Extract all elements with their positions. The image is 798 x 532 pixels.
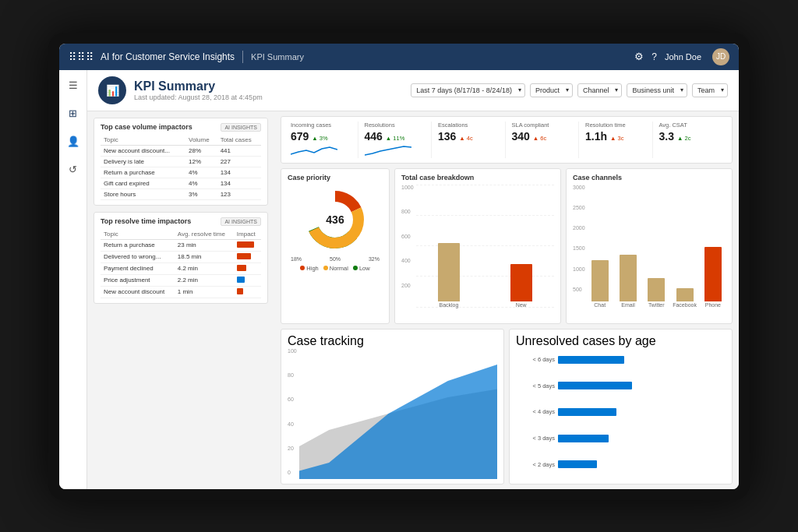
hbar-4days bbox=[558, 408, 616, 416]
page-title-block: KPI Summary Last updated: August 28, 201… bbox=[134, 79, 263, 101]
screen: ⠿⠿⠿ AI for Customer Service Insights KPI… bbox=[59, 44, 739, 489]
nav-page-title: KPI Summary bbox=[251, 52, 304, 62]
hbar-2days bbox=[558, 460, 597, 468]
chat-bar bbox=[591, 260, 609, 301]
bar-email: Email bbox=[616, 255, 641, 308]
user-avatar[interactable]: JD bbox=[712, 48, 729, 65]
unresolved-age-title: Unresolved cases by age bbox=[516, 334, 726, 348]
table-row: New account discount... 28% 441 bbox=[101, 145, 261, 156]
filter-bar: Last 7 days (8/17/18 - 8/24/18) Product … bbox=[411, 83, 728, 97]
facebook-bar bbox=[676, 288, 694, 301]
table-row: Store hours 3% 123 bbox=[101, 188, 261, 199]
resolutions-change: ▲ 11% bbox=[386, 135, 405, 142]
sidebar-user-icon[interactable]: 👤 bbox=[64, 132, 83, 151]
hbar-row-3days: < 3 days bbox=[516, 435, 726, 442]
team-filter[interactable]: Team bbox=[692, 83, 728, 97]
sidebar-refresh-icon[interactable]: ↺ bbox=[64, 160, 83, 179]
kpi-resolution-time: Resolution time 1.1h ▲ 3c bbox=[582, 122, 653, 158]
resolutions-value: 446 bbox=[365, 130, 383, 143]
escalations-label: Escalations bbox=[438, 122, 499, 129]
tracking-chart bbox=[299, 348, 497, 479]
sla-change: ▲ 6c bbox=[533, 135, 546, 142]
col-impact: Impact bbox=[234, 229, 261, 240]
sidebar-menu-icon[interactable]: ☰ bbox=[64, 76, 83, 95]
table-row: Gift card expired 4% 134 bbox=[101, 178, 261, 188]
case-tracking-title: Case tracking bbox=[288, 334, 497, 348]
channel-filter[interactable]: Channel bbox=[577, 83, 623, 97]
incoming-cases-value: 679 bbox=[291, 130, 309, 143]
bar-twitter: Twitter bbox=[644, 278, 669, 308]
waffle-icon[interactable]: ⠿⠿⠿ bbox=[69, 51, 94, 63]
high-dot bbox=[300, 266, 305, 270]
case-tracking-card: Case tracking 100806040200 bbox=[281, 329, 504, 484]
tracking-y-labels: 100806040200 bbox=[288, 348, 297, 479]
impact-bar bbox=[237, 277, 245, 283]
table-row: Delivery is late 12% 227 bbox=[101, 156, 261, 167]
ai-insights-badge-1: AI INSIGHTS bbox=[221, 123, 261, 132]
top-resolve-time-title: Top resolve time impactors bbox=[101, 217, 191, 225]
business-unit-filter[interactable]: Business unit bbox=[627, 83, 687, 97]
hbar-6days bbox=[558, 356, 624, 364]
hbar-chart-area: < 6 days < 5 days < 4 days bbox=[516, 348, 726, 479]
bar-facebook: Facebook bbox=[672, 288, 697, 308]
csat-change: ▲ 2c bbox=[677, 135, 690, 142]
y-axis-labels: 1000800600400200 bbox=[401, 185, 414, 319]
dashboard-body: Top case volume impactors AI INSIGHTS To… bbox=[87, 111, 739, 489]
escalations-change: ▲ 4c bbox=[459, 135, 472, 142]
kpi-incoming-cases: Incoming cases 679 ▲ 3% bbox=[288, 122, 358, 158]
resolutions-label: Resolutions bbox=[365, 122, 425, 129]
case-tracking-area: 100806040200 bbox=[288, 348, 497, 479]
channels-bars: Chat Email Twitter bbox=[588, 185, 726, 319]
impact-bar bbox=[237, 253, 251, 259]
incoming-cases-label: Incoming cases bbox=[291, 122, 351, 129]
kpi-escalations: Escalations 136 ▲ 4c bbox=[435, 122, 506, 158]
settings-icon[interactable]: ⚙ bbox=[634, 51, 644, 62]
bar-chart-area: Backlog New bbox=[416, 185, 554, 319]
resolution-time-change: ▲ 3c bbox=[610, 135, 623, 142]
date-range-filter[interactable]: Last 7 days (8/17/18 - 8/24/18) bbox=[411, 83, 525, 97]
kpi-metrics-row: Incoming cases 679 ▲ 3% Resolut bbox=[281, 116, 733, 164]
middle-charts-row: Case priority bbox=[281, 168, 733, 324]
product-filter[interactable]: Product bbox=[530, 83, 573, 97]
case-priority-card: Case priority bbox=[281, 168, 390, 324]
table-row: Return a purchase 23 min bbox=[101, 239, 261, 251]
col-volume: Volume bbox=[185, 135, 217, 146]
backlog-bar bbox=[438, 243, 460, 301]
help-icon[interactable]: ? bbox=[651, 51, 657, 62]
ai-insights-badge-2: AI INSIGHTS bbox=[221, 217, 261, 226]
table-row: Return a purchase 4% 134 bbox=[101, 167, 261, 178]
nav-icons: ⚙ ? John Doe JD bbox=[634, 48, 729, 65]
impact-bar bbox=[237, 241, 254, 248]
donut-center-value: 436 bbox=[326, 213, 344, 226]
user-name: John Doe bbox=[665, 52, 701, 62]
phone-bar bbox=[704, 247, 722, 301]
kpi-sla: SLA compliant 340 ▲ 6c bbox=[509, 122, 580, 158]
table-row: Delivered to wrong... 18.5 min bbox=[101, 251, 261, 262]
table-row: Payment declined 4.2 min bbox=[101, 262, 261, 274]
kpi-resolutions: Resolutions 446 ▲ 11% bbox=[362, 122, 433, 158]
bar-chat: Chat bbox=[588, 260, 613, 308]
hbar-row-4days: < 4 days bbox=[516, 408, 726, 416]
impact-bar bbox=[237, 265, 246, 271]
total-case-breakdown-card: Total case breakdown 1000800600400200 bbox=[394, 168, 561, 324]
normal-dot bbox=[323, 266, 328, 270]
legend-normal: Normal bbox=[323, 265, 348, 272]
impact-bar bbox=[237, 288, 243, 294]
top-case-volume-title: Top case volume impactors bbox=[101, 123, 192, 131]
resolution-time-value: 1.1h bbox=[585, 130, 607, 143]
top-case-volume-card: Top case volume impactors AI INSIGHTS To… bbox=[94, 118, 268, 206]
email-bar bbox=[620, 255, 637, 301]
sidebar-dashboard-icon[interactable]: ⊞ bbox=[64, 104, 83, 123]
page-header: 📊 KPI Summary Last updated: August 28, 2… bbox=[87, 70, 739, 111]
hbar-3days bbox=[558, 435, 609, 442]
bar-new: New bbox=[488, 264, 554, 308]
hbar-5days bbox=[558, 382, 632, 389]
case-volume-table: Topic Volume Total cases New account dis… bbox=[101, 135, 261, 200]
page-main-title: KPI Summary bbox=[134, 79, 263, 93]
total-case-title: Total case breakdown bbox=[401, 174, 554, 181]
bar-phone: Phone bbox=[701, 247, 726, 308]
top-resolve-time-card: Top resolve time impactors AI INSIGHTS T… bbox=[94, 212, 268, 304]
case-channels-title: Case channels bbox=[573, 174, 726, 181]
right-panel: Incoming cases 679 ▲ 3% Resolut bbox=[274, 111, 739, 489]
main-layout: ☰ ⊞ 👤 ↺ 📊 KPI Summary Last updated: Augu… bbox=[59, 70, 739, 489]
